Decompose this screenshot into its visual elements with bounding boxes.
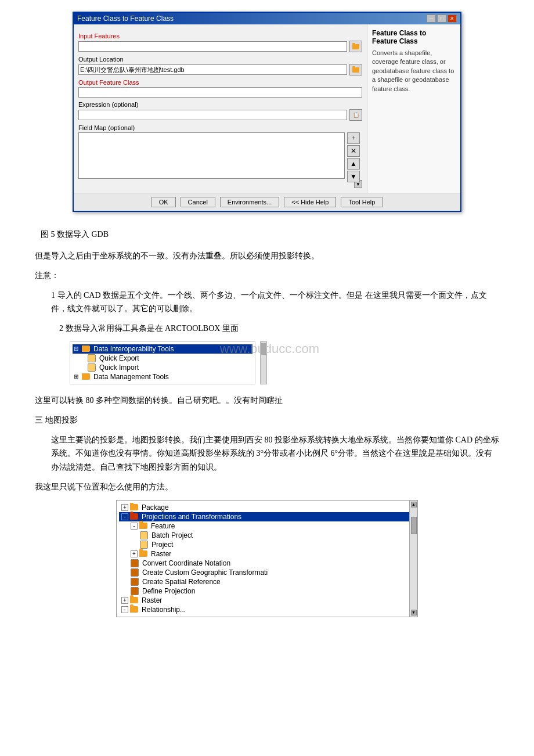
scroll-hint: ▼ [78,180,362,188]
field-map-area [78,132,345,179]
paragraph-7: 我这里只说下位置和怎么使用的方法。 [35,480,499,494]
toolbox1-item-1[interactable]: Quick Export [73,354,252,363]
tb2-label-raster-top: Raster [142,596,162,604]
output-feature-class-row [78,87,362,98]
close-button[interactable]: ✕ [448,15,457,23]
expand-raster-top[interactable]: + [121,597,128,604]
hide-help-button[interactable]: << Hide Help [284,197,336,207]
input-features-input[interactable] [78,41,347,52]
paragraph-6: 这里主要说的投影是。地图投影转换。我们主要使用到西安 80 投影坐标系统转换大地… [35,433,499,474]
tb2-item-convert-coord[interactable]: Convert Coordinate Notation [119,559,415,568]
folder-feature [139,523,147,529]
output-location-input[interactable] [78,64,347,75]
tb2-item-create-spatial[interactable]: Create Spatial Reference [119,577,415,586]
folder-raster-top [130,597,138,603]
tb2-item-package[interactable]: + Package [119,503,415,512]
folder-projections [130,513,138,520]
tool-help-button[interactable]: Tool Help [341,197,383,207]
environments-button[interactable]: Environments... [220,197,279,207]
scroll-thumb[interactable] [411,517,417,534]
field-map-delete-button[interactable]: ✕ [347,145,360,157]
p4-text: 数据导入常用得工具条是在 ARCTOOLBOX 里面 [66,324,239,333]
input-features-label: Input Features [78,33,362,39]
folder-raster-sub [139,550,147,557]
svg-rect-2 [352,67,359,73]
svg-rect-0 [352,44,359,49]
cancel-button[interactable]: Cancel [181,197,215,207]
scroll-up-arrow[interactable]: ▲ [411,502,417,507]
tool-project [140,541,148,549]
expand-icon-3: ⊞ [74,373,78,380]
dialog-titlebar: Feature Class to Feature Class ─ □ ✕ [74,13,460,24]
p4-num: 2 [59,324,66,333]
tb2-item-raster-top[interactable]: + Raster [119,596,415,605]
expression-build-button[interactable]: 📋 [349,109,362,121]
figure-caption: 图 5 数据导入 GDB [35,229,499,240]
tb2-item-batch-project[interactable]: Batch Project [119,531,415,540]
expand-relationship[interactable]: - [121,606,128,613]
toolbox1: ⊟ Data Interoperability Tools Quick Expo… [70,341,255,384]
dialog-footer: OK Cancel Environments... << Hide Help T… [74,193,460,211]
help-title: Feature Class toFeature Class [372,29,456,45]
tb2-item-projections[interactable]: - Projections and Transformations [119,512,415,521]
toolbox1-item-3[interactable]: ⊞ Data Management Tools [73,372,252,381]
tb2-item-define-proj[interactable]: Define Projection [119,586,415,596]
tool-create-custom [131,568,139,577]
section-heading: 三 地图投影 [35,413,499,427]
tool-icon-2 [88,363,96,372]
toolbox1-item-0[interactable]: ⊟ Data Interoperability Tools [73,344,252,354]
output-feature-class-label: Output Feature Class [78,79,362,86]
field-map-container: + ✕ ▲ ▼ [78,132,345,179]
ok-button[interactable]: OK [151,197,176,207]
scrollbar-1 [260,341,267,384]
folder-relationship [130,606,138,613]
expand-projections[interactable]: - [121,513,128,520]
paragraph-5: 这里可以转换 80 多种空间数据的转换。自己研究吧。。没有时间瞎扯 [35,394,499,408]
input-features-browse-button[interactable] [349,41,362,52]
toolbox2: + Package - Projections and Transformati… [119,503,415,614]
paragraph-1: 但是导入之后由于坐标系统的不一致。没有办法重叠。所以必须使用投影转换。 [35,249,499,263]
dialog-form: Input Features Output Location Output Fe… [74,24,367,193]
tb2-item-project[interactable]: Project [119,540,415,549]
tb2-item-feature[interactable]: - Feature [119,521,415,531]
tb2-item-relationship[interactable]: - Relationship... [119,605,415,614]
folder-package [130,504,138,510]
expand-feature[interactable]: - [131,523,138,530]
paragraph-4: 2 数据导入常用得工具条是在 ARCTOOLBOX 里面 [35,322,499,336]
tb2-label-relationship: Relationship... [142,606,186,614]
scrollbar-thumb-1 [261,343,266,355]
scroll-down-arrow[interactable]: ▼ [411,610,417,615]
tb2-item-create-custom[interactable]: Create Custom Geographic Transformati [119,568,415,577]
titlebar-buttons: ─ □ ✕ [427,15,457,23]
feature-class-dialog: Feature Class to Feature Class ─ □ ✕ Inp… [73,12,461,212]
dialog-help-panel: Feature Class toFeature Class Converts a… [367,24,460,193]
tb2-label-projections: Projections and Transformations [142,513,241,521]
paragraph-notice: 注意： [35,269,499,283]
toolbox1-label-2: Quick Import [99,363,139,372]
output-feature-class-input[interactable] [78,87,362,98]
svg-rect-1 [352,43,355,45]
dialog-body: Input Features Output Location Output Fe… [74,24,460,193]
expression-input[interactable] [78,110,347,120]
tool-convert-coord [131,559,139,567]
svg-rect-3 [352,66,355,68]
output-location-row [78,64,362,75]
expand-raster-sub[interactable]: + [131,550,138,557]
tb2-item-raster-sub[interactable]: + Raster [119,549,415,559]
toolbox1-label-0: Data Interoperability Tools [93,345,174,353]
field-map-up-button[interactable]: ▲ [347,158,360,170]
folder-icon-3 [82,373,90,380]
field-map-add-button[interactable]: + [347,132,360,144]
output-location-browse-button[interactable] [349,64,362,75]
expand-package[interactable]: + [121,504,128,511]
dialog-title: Feature Class to Feature Class [77,15,174,23]
expand-icon-0: ⊟ [74,345,78,352]
tool-batch-project [140,531,148,539]
toolbox2-scrollbar[interactable]: ▲ ▼ [409,501,417,617]
maximize-button[interactable]: □ [437,15,446,23]
input-features-row [78,41,362,52]
field-map-down-button[interactable]: ▼ [347,171,360,182]
field-map-label: Field Map (optional) [78,124,362,131]
minimize-button[interactable]: ─ [427,15,436,23]
toolbox1-item-2[interactable]: Quick Import [73,363,252,372]
